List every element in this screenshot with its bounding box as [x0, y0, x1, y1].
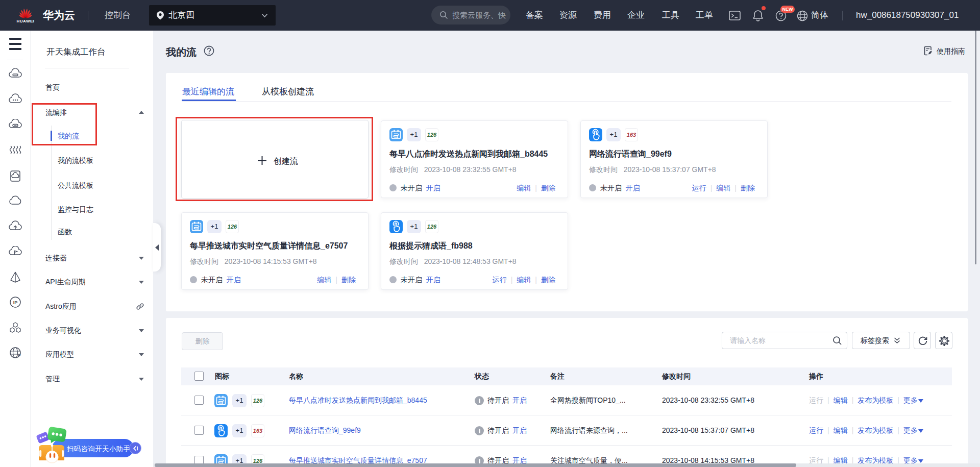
- svg-text:IP: IP: [13, 300, 18, 305]
- svg-text:W: W: [17, 353, 21, 357]
